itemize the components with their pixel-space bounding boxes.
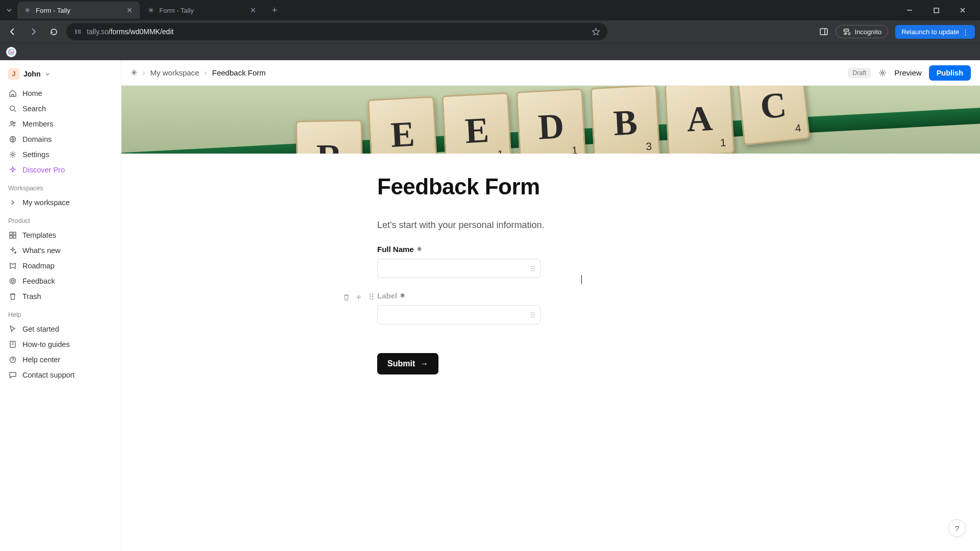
publish-button[interactable]: Publish [929, 65, 971, 81]
sidebar-item-feedback[interactable]: Feedback [4, 273, 117, 289]
svg-rect-12 [13, 232, 16, 235]
sidebar-item-discover-pro[interactable]: Discover Pro [4, 162, 117, 178]
section-product: Product [4, 210, 117, 228]
field-input[interactable]: ☰ [377, 305, 541, 324]
sparkle-icon [8, 165, 17, 174]
svg-point-21 [881, 71, 884, 74]
side-panel-icon[interactable] [819, 27, 828, 36]
sidebar-item-label: Roadmap [22, 262, 55, 270]
user-menu[interactable]: J John [4, 66, 117, 82]
window-maximize-button[interactable] [925, 2, 947, 18]
cover-image[interactable]: R1 E1 E1 D1 B3 A1 C4 [121, 86, 980, 154]
add-block-icon[interactable] [355, 293, 364, 301]
sidebar-item-contact-support[interactable]: Contact support [4, 367, 117, 383]
tab-title: Form - Tally [159, 7, 245, 14]
help-fab-button[interactable]: ? [948, 519, 966, 537]
sidebar-item-label: Help center [22, 356, 60, 364]
home-icon [8, 89, 17, 98]
new-tab-button[interactable]: + [267, 3, 282, 17]
sidebar-item-roadmap[interactable]: Roadmap [4, 258, 117, 273]
chevron-right-icon: › [204, 68, 207, 78]
trash-icon [8, 292, 17, 301]
settings-gear-icon[interactable] [878, 68, 887, 78]
sidebar-item-label: Discover Pro [22, 166, 65, 174]
tally-logo-icon[interactable]: ✳ [131, 68, 137, 78]
svg-point-15 [10, 279, 16, 284]
sidebar-item-members[interactable]: Members [4, 116, 117, 132]
sidebar-item-trash[interactable]: Trash [4, 289, 117, 304]
incognito-chip[interactable]: Incognito [836, 25, 888, 38]
form-field-full-name[interactable]: Full Name ✱ ☰ [377, 245, 724, 278]
drag-block-icon[interactable]: ⠿ [367, 292, 376, 302]
tab-strip: ✳ Form - Tally ✕ ✳ Form - Tally ✕ + [0, 0, 980, 20]
search-icon [8, 104, 17, 113]
svg-rect-11 [10, 232, 12, 235]
help-icon [8, 355, 17, 364]
breadcrumb-current[interactable]: Feedback Form [212, 68, 266, 77]
svg-point-16 [12, 280, 14, 283]
address-bar[interactable]: tally.so/forms/wd0MMK/edit [66, 23, 607, 40]
sidebar-item-label: Members [22, 120, 53, 128]
tab-title: Form - Tally [36, 7, 121, 14]
sidebar-item-settings[interactable]: Settings [4, 147, 117, 162]
drag-handle-icon[interactable]: ☰ [530, 311, 535, 319]
field-label-text[interactable]: Full Name [377, 245, 414, 254]
form-description[interactable]: Let's start with your personal informati… [377, 220, 724, 231]
bookmark-star-icon[interactable] [592, 28, 600, 36]
sidebar-item-templates[interactable]: Templates [4, 228, 117, 243]
delete-block-icon[interactable] [342, 293, 352, 301]
sidebar-item-search[interactable]: Search [4, 101, 117, 116]
roadmap-icon [8, 261, 17, 270]
nav-forward-button[interactable] [26, 24, 41, 39]
gear-icon [8, 150, 17, 159]
sidebar-item-get-started[interactable]: Get started [4, 321, 117, 337]
browser-toolbar: tally.so/forms/wd0MMK/edit Incognito Rel… [0, 20, 980, 43]
site-settings-icon[interactable] [74, 28, 82, 36]
preview-button[interactable]: Preview [894, 68, 921, 77]
svg-rect-2 [820, 29, 827, 35]
more-dots-icon: ⋮ [962, 28, 969, 36]
form-field-label[interactable]: ⠿ Label ✱ ☰ [377, 291, 724, 324]
svg-point-8 [13, 122, 15, 124]
submit-button[interactable]: Submit → [377, 353, 438, 374]
sidebar-item-whats-new[interactable]: What's new [4, 243, 117, 258]
field-input[interactable]: ☰ [377, 259, 541, 278]
target-icon [8, 277, 17, 286]
sidebar-item-domains[interactable]: Domains [4, 132, 117, 147]
sidebar-item-label: My workspace [22, 198, 70, 207]
form-title[interactable]: Feedback Form [377, 174, 724, 199]
section-workspaces: Workspaces [4, 178, 117, 195]
form-editor[interactable]: Feedback Form Let's start with your pers… [377, 154, 724, 415]
arrow-right-icon: → [420, 359, 428, 368]
chevron-right-icon[interactable] [8, 198, 17, 207]
book-icon [8, 340, 17, 349]
text-cursor [581, 275, 582, 284]
relaunch-update-button[interactable]: Relaunch to update ⋮ [895, 25, 975, 39]
nav-reload-button[interactable] [46, 24, 61, 39]
svg-rect-14 [13, 236, 16, 238]
tab-close-icon[interactable]: ✕ [126, 6, 134, 14]
window-close-button[interactable] [951, 2, 974, 18]
browser-tab-active[interactable]: ✳ Form - Tally ✕ [17, 2, 140, 19]
incognito-icon [842, 28, 850, 36]
browser-tab[interactable]: ✳ Form - Tally ✕ [141, 2, 263, 19]
bookmark-google-icon[interactable] [6, 47, 16, 57]
sidebar-item-label: Contact support [22, 371, 75, 379]
window-minimize-button[interactable] [898, 2, 921, 18]
avatar: J [8, 68, 19, 80]
svg-point-5 [10, 106, 15, 111]
nav-back-button[interactable] [5, 24, 20, 39]
user-name: John [23, 70, 40, 78]
breadcrumb-workspace[interactable]: My workspace [150, 68, 199, 77]
tab-search-dropdown[interactable] [2, 3, 16, 17]
sidebar-item-help-center[interactable]: Help center [4, 352, 117, 367]
tab-close-icon[interactable]: ✕ [249, 6, 257, 14]
drag-handle-icon[interactable]: ☰ [530, 265, 535, 272]
sidebar-item-home[interactable]: Home [4, 86, 117, 101]
svg-point-10 [12, 154, 14, 156]
sidebar-item-guides[interactable]: How-to guides [4, 337, 117, 352]
sidebar-item-label: Settings [22, 151, 49, 159]
field-label-text[interactable]: Label [377, 291, 397, 300]
sidebar-item-workspace[interactable]: My workspace [4, 195, 117, 210]
sidebar: J John Home Search Members Domains Setti… [0, 60, 121, 551]
